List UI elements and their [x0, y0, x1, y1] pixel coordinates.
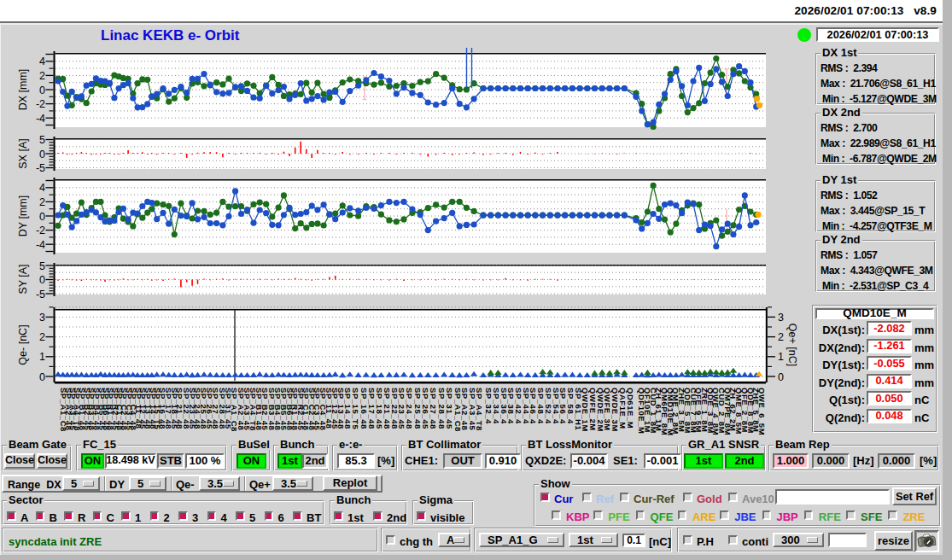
svg-text:SP_24_48: SP_24_48 [405, 388, 414, 429]
svg-text:SX [A]: SX [A] [17, 138, 29, 168]
svg-text:4: 4 [39, 182, 45, 194]
svg-text:SP_21_48: SP_21_48 [383, 388, 392, 429]
svg-text:-2: -2 [36, 98, 45, 110]
svg-text:QD61E_M: QD61E_M [626, 388, 635, 429]
svg-text:5: 5 [39, 134, 45, 146]
svg-text:0: 0 [39, 149, 45, 160]
svg-text:-4: -4 [36, 239, 45, 251]
svg-text:SP_15_T5: SP_15_T5 [351, 388, 360, 429]
svg-text:4: 4 [39, 55, 45, 67]
svg-text:Qe- [nC]: Qe- [nC] [17, 324, 29, 365]
svg-text:0: 0 [39, 371, 45, 383]
svg-text:0: 0 [39, 274, 45, 286]
svg-text:2: 2 [39, 196, 45, 208]
svg-text:-5: -5 [36, 289, 45, 300]
svg-text:-2: -2 [36, 225, 45, 236]
svg-text:2: 2 [778, 331, 784, 343]
svg-text:Qe+ [nC]: Qe+ [nC] [786, 324, 798, 366]
svg-text:SP_28_48: SP_28_48 [437, 388, 447, 429]
svg-text:DX [mm]: DX [mm] [17, 69, 29, 111]
svg-text:SY [A]: SY [A] [17, 264, 29, 294]
svg-text:-4: -4 [36, 113, 45, 125]
svg-text:-5: -5 [36, 162, 45, 174]
svg-text:5: 5 [39, 260, 45, 272]
svg-text:DY [mm]: DY [mm] [17, 195, 29, 236]
svg-text:SP_31_45: SP_31_45 [445, 388, 454, 429]
svg-text:2: 2 [39, 331, 45, 343]
svg-text:SP_A4_T8: SP_A4_T8 [475, 388, 484, 431]
svg-text:2: 2 [39, 70, 45, 82]
svg-text:QWE_6_5M: QWE_6_5M [757, 388, 767, 435]
svg-text:3: 3 [39, 312, 45, 324]
svg-text:3: 3 [778, 312, 784, 324]
svg-text:0: 0 [39, 85, 45, 96]
svg-text:1: 1 [39, 351, 45, 363]
svg-text:0: 0 [778, 371, 784, 383]
svg-text:1: 1 [778, 351, 784, 363]
svg-text:0: 0 [39, 211, 45, 223]
